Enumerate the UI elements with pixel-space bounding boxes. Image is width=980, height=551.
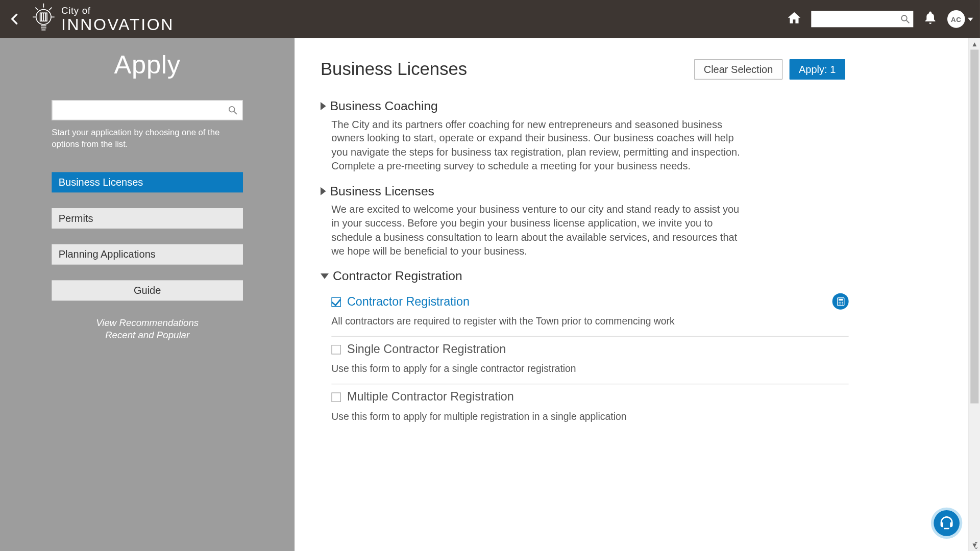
avatar: AC <box>947 10 965 28</box>
svg-point-21 <box>842 302 843 303</box>
option-single-contractor-registration: Single Contractor Registration Use this … <box>331 337 848 384</box>
option-title: Single Contractor Registration <box>347 342 506 357</box>
svg-point-20 <box>840 302 841 303</box>
section-toggle[interactable]: Business Licenses <box>321 184 954 198</box>
clear-selection-button[interactable]: Clear Selection <box>694 59 782 79</box>
svg-point-22 <box>838 303 839 304</box>
option-title: Contractor Registration <box>347 294 470 309</box>
logo-text-top: City of <box>61 6 174 15</box>
section-contractor-registration: Contractor Registration Contractor Regis… <box>321 269 954 432</box>
global-search-input[interactable] <box>811 11 913 27</box>
lightbulb-icon <box>30 2 57 36</box>
chat-help-button[interactable] <box>931 508 962 539</box>
option-title: Multiple Contractor Registration <box>347 390 514 404</box>
chevron-down-icon <box>968 17 973 21</box>
home-icon[interactable] <box>787 10 801 28</box>
sidebar-item-permits[interactable]: Permits <box>52 208 243 229</box>
section-business-licenses: Business Licenses We are excited to welc… <box>321 184 954 258</box>
top-bar: City of INNOVATION AC <box>0 0 980 38</box>
logo-text-bottom: INNOVATION <box>61 16 174 33</box>
checkbox[interactable] <box>331 344 341 354</box>
section-description: We are excited to welcome your business … <box>331 203 746 258</box>
sidebar-recommendations-link[interactable]: View RecommendationsRecent and Popular <box>52 316 243 341</box>
section-toggle[interactable]: Business Coaching <box>321 98 954 113</box>
svg-line-16 <box>234 112 237 114</box>
svg-point-19 <box>838 302 839 303</box>
svg-point-13 <box>901 15 907 21</box>
sidebar-item-planning-applications[interactable]: Planning Applications <box>52 244 243 264</box>
chevron-left-icon <box>8 12 22 26</box>
sidebar-item-guide[interactable]: Guide <box>52 280 243 300</box>
scroll-thumb[interactable] <box>970 49 978 403</box>
svg-line-14 <box>906 20 909 23</box>
checkbox[interactable] <box>331 392 341 402</box>
fee-estimator-button[interactable] <box>832 293 849 310</box>
checkbox[interactable] <box>331 297 341 307</box>
option-description: Use this form to apply for a single cont… <box>331 363 848 374</box>
main-content: Business Licenses Clear Selection Apply:… <box>295 38 980 551</box>
sidebar: Apply Start your application by choosing… <box>0 38 295 551</box>
user-menu[interactable]: AC <box>947 10 973 28</box>
svg-rect-18 <box>838 298 843 300</box>
svg-point-15 <box>229 107 235 112</box>
page-title: Business Licenses <box>321 59 467 80</box>
section-title: Business Coaching <box>330 98 438 113</box>
sidebar-search-input[interactable] <box>52 100 243 120</box>
svg-line-9 <box>35 8 38 10</box>
global-search[interactable] <box>811 11 913 27</box>
notifications-icon[interactable] <box>923 10 938 28</box>
option-description: All contractors are required to register… <box>331 316 848 327</box>
calculator-icon <box>836 297 845 306</box>
svg-point-23 <box>840 303 841 304</box>
sidebar-help-text: Start your application by choosing one o… <box>52 127 243 150</box>
section-description: The City and its partners offer coaching… <box>331 118 746 173</box>
sidebar-item-business-licenses[interactable]: Business Licenses <box>52 172 243 192</box>
section-business-coaching: Business Coaching The City and its partn… <box>321 98 954 172</box>
headset-icon <box>939 515 955 531</box>
search-icon <box>227 105 238 115</box>
section-title: Contractor Registration <box>333 269 462 284</box>
section-title: Business Licenses <box>330 184 434 198</box>
vertical-scrollbar[interactable]: ▲ ▼ <box>968 38 980 551</box>
option-multiple-contractor-registration: Multiple Contractor Registration Use thi… <box>331 384 848 431</box>
sidebar-search[interactable] <box>52 100 243 120</box>
option-contractor-registration: Contractor Registration All contractors … <box>331 289 848 337</box>
sidebar-title: Apply <box>0 51 295 80</box>
triangle-right-icon <box>321 102 326 110</box>
triangle-down-icon <box>321 273 329 279</box>
section-toggle[interactable]: Contractor Registration <box>321 269 954 284</box>
option-description: Use this form to apply for multiple regi… <box>331 411 848 421</box>
svg-point-24 <box>842 303 843 304</box>
logo[interactable]: City of INNOVATION <box>30 2 174 36</box>
back-button[interactable] <box>6 10 24 29</box>
triangle-right-icon <box>321 187 326 195</box>
scroll-up-icon[interactable]: ▲ <box>969 38 980 50</box>
apply-button[interactable]: Apply: 1 <box>789 59 845 79</box>
search-icon <box>900 14 911 24</box>
svg-line-10 <box>49 8 52 10</box>
resize-handle-icon: ⌄⌄ <box>973 539 979 549</box>
